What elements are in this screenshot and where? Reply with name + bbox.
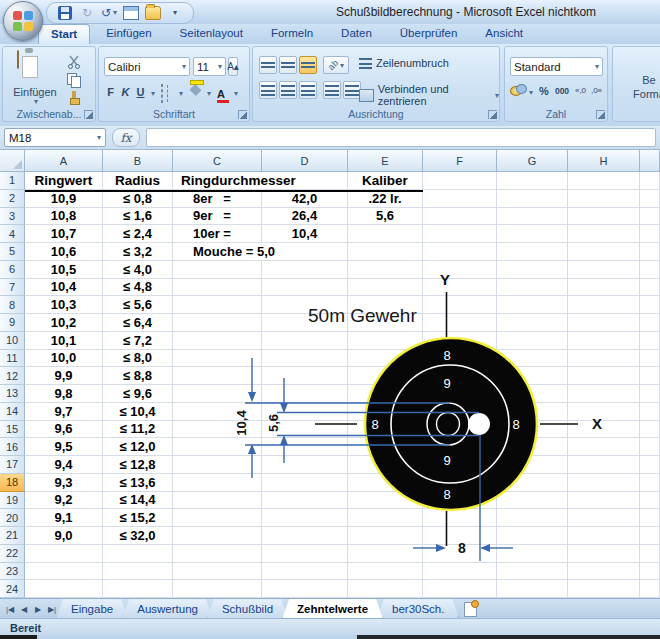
- cell-A15[interactable]: 9,6: [25, 421, 103, 439]
- row-header-7[interactable]: 7: [0, 279, 25, 297]
- cell-F4[interactable]: [423, 225, 497, 243]
- ribbon-tab-ansicht[interactable]: Ansicht: [473, 24, 535, 44]
- cell-B1[interactable]: Radius: [103, 172, 173, 190]
- ribbon-tab-start[interactable]: Start: [38, 24, 90, 44]
- cell-C1[interactable]: Ringdurchmesser: [173, 172, 348, 190]
- cell-B2[interactable]: ≤ 0,8: [103, 190, 173, 208]
- cell-r22c1[interactable]: [103, 545, 173, 563]
- next-sheet-button[interactable]: ▶: [32, 605, 44, 614]
- ribbon-tab-einfügen[interactable]: Einfügen: [94, 24, 163, 44]
- cell-F2[interactable]: [423, 190, 497, 208]
- row-header-4[interactable]: 4: [0, 225, 25, 243]
- cell-B17[interactable]: ≤ 12,8: [103, 456, 173, 474]
- cell-E4[interactable]: [348, 225, 423, 243]
- font-color-arrow-icon[interactable]: ▾: [234, 89, 238, 98]
- cell-B9[interactable]: ≤ 6,4: [103, 314, 173, 332]
- sheet-tab-auswertung[interactable]: Auswertung: [122, 599, 213, 619]
- cell-r24c0[interactable]: [25, 580, 103, 598]
- cell-B13[interactable]: ≤ 9,6: [103, 385, 173, 403]
- ribbon-tab-formeln[interactable]: Formeln: [259, 24, 325, 44]
- cell-B7[interactable]: ≤ 4,8: [103, 279, 173, 297]
- currency-arrow-icon[interactable]: ▾: [529, 88, 533, 97]
- cell-G1[interactable]: [497, 172, 568, 190]
- cell-B5[interactable]: ≤ 3,2: [103, 243, 173, 261]
- cell-A16[interactable]: 9,5: [25, 438, 103, 456]
- row-header-23[interactable]: 23: [0, 563, 25, 581]
- underline-button[interactable]: U: [134, 83, 147, 100]
- cell-D2[interactable]: 42,0: [262, 190, 348, 208]
- cell-r23c1[interactable]: [103, 563, 173, 581]
- cell-E2[interactable]: .22 lr.: [348, 190, 423, 208]
- cell-r24c1[interactable]: [103, 580, 173, 598]
- cell-B21[interactable]: ≤ 32,0: [103, 527, 173, 545]
- cell-B11[interactable]: ≤ 8,0: [103, 350, 173, 368]
- row-header-20[interactable]: 20: [0, 509, 25, 527]
- customize-toolbar-icon[interactable]: ▾: [167, 5, 183, 21]
- align-top-button[interactable]: [259, 56, 277, 74]
- cell-A13[interactable]: 9,8: [25, 385, 103, 403]
- ribbon-tab-seitenlayout[interactable]: Seitenlayout: [168, 24, 255, 44]
- undo-icon[interactable]: ↺▾: [101, 5, 117, 21]
- cell-A12[interactable]: 9,9: [25, 367, 103, 385]
- row-header-11[interactable]: 11: [0, 350, 25, 368]
- row-header-21[interactable]: 21: [0, 527, 25, 545]
- orientation-button[interactable]: ab▾: [323, 56, 349, 74]
- cell-r22c0[interactable]: [25, 545, 103, 563]
- cell-A18[interactable]: 9,3: [25, 474, 103, 492]
- column-header-B[interactable]: B: [103, 150, 173, 172]
- column-header-A[interactable]: A: [25, 150, 103, 172]
- sheet-tab-ber30sch-[interactable]: ber30Sch.: [377, 599, 459, 619]
- paste-icon[interactable]: [17, 51, 19, 69]
- grow-font-button[interactable]: A▴: [228, 57, 238, 76]
- cell-D4[interactable]: 10,4: [262, 225, 348, 243]
- percent-style-button[interactable]: %: [537, 82, 551, 99]
- cell-2[interactable]: [640, 190, 660, 208]
- insert-sheet-tab[interactable]: [459, 599, 481, 619]
- row-header-13[interactable]: 13: [0, 385, 25, 403]
- print-preview-icon[interactable]: [123, 5, 139, 21]
- font-dialog-launcher[interactable]: [238, 110, 247, 119]
- borders-icon[interactable]: [161, 85, 163, 103]
- row-header-9[interactable]: 9: [0, 314, 25, 332]
- cell-r24c7[interactable]: [568, 580, 640, 598]
- cell-D3[interactable]: 26,4: [262, 208, 348, 226]
- cell-G4[interactable]: [497, 225, 568, 243]
- cell-B19[interactable]: ≤ 14,4: [103, 492, 173, 510]
- wrap-text-button[interactable]: Zeilenumbruch: [359, 57, 449, 69]
- prev-sheet-button[interactable]: ◀: [18, 605, 30, 614]
- name-box[interactable]: M18▾: [4, 128, 106, 147]
- cell-r24c6[interactable]: [497, 580, 568, 598]
- column-header-E[interactable]: E: [348, 150, 423, 172]
- select-all-button[interactable]: [0, 150, 25, 172]
- ribbon-tab-überprüfen[interactable]: Überprüfen: [388, 24, 470, 44]
- insert-function-button[interactable]: fx: [112, 128, 140, 147]
- cell-A3[interactable]: 10,8: [25, 208, 103, 226]
- cell-A17[interactable]: 9,4: [25, 456, 103, 474]
- sheet-tab-zehntelwerte[interactable]: Zehntelwerte: [282, 599, 383, 619]
- cell-B3[interactable]: ≤ 1,6: [103, 208, 173, 226]
- cell-A14[interactable]: 9,7: [25, 403, 103, 421]
- cell-B16[interactable]: ≤ 12,0: [103, 438, 173, 456]
- row-header-10[interactable]: 10: [0, 332, 25, 350]
- column-header-H[interactable]: H: [568, 150, 640, 172]
- row-header-6[interactable]: 6: [0, 261, 25, 279]
- cell-A10[interactable]: 10,1: [25, 332, 103, 350]
- align-middle-button[interactable]: [279, 56, 297, 74]
- underline-arrow-icon[interactable]: ▾: [151, 89, 155, 98]
- cell-B15[interactable]: ≤ 11,2: [103, 421, 173, 439]
- row-header-3[interactable]: 3: [0, 208, 25, 226]
- row-header-1[interactable]: 1: [0, 172, 25, 190]
- increase-decimal-button[interactable]: «,0: [573, 82, 588, 99]
- italic-button[interactable]: K: [119, 83, 132, 100]
- cell-r24c5[interactable]: [423, 580, 497, 598]
- cell-r24c2[interactable]: [173, 580, 262, 598]
- column-header-F[interactable]: F: [423, 150, 497, 172]
- cell-H1[interactable]: [568, 172, 640, 190]
- first-sheet-button[interactable]: |◀: [4, 605, 16, 614]
- merge-center-button[interactable]: Verbinden und zentrieren ▾: [359, 83, 499, 107]
- row-header-16[interactable]: 16: [0, 438, 25, 456]
- cell-G3[interactable]: [497, 208, 568, 226]
- cell-B10[interactable]: ≤ 7,2: [103, 332, 173, 350]
- cell-H3[interactable]: [568, 208, 640, 226]
- cell-C3[interactable]: 9er =: [173, 208, 262, 226]
